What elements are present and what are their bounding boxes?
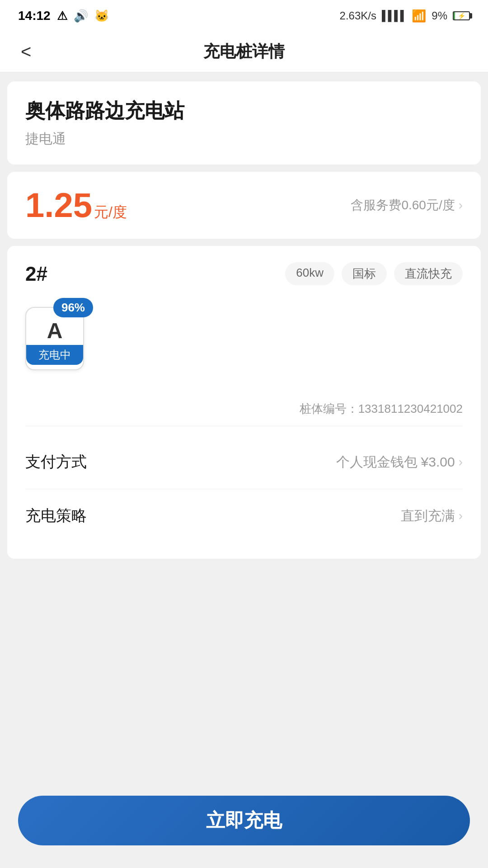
battery-percent: 9% <box>432 9 447 22</box>
charge-button-label: 立即充电 <box>206 808 282 833</box>
status-bar: 14:12 ⚠ 🔊 🐱 2.63K/s ▌▌▌▌ 📶 9% ⚡ <box>0 0 488 32</box>
chevron-right-icon: › <box>459 198 463 212</box>
network-speed: 2.63K/s <box>340 9 376 22</box>
price-number: 1.25 <box>25 188 92 222</box>
bottom-area: 立即充电 <box>0 782 488 868</box>
battery-icon: ⚡ <box>453 11 470 20</box>
pile-id-row: 桩体编号：1331811230421002 <box>25 392 463 426</box>
service-fee-text: 含服务费0.60元/度 <box>351 197 455 214</box>
cat-icon: 🐱 <box>94 9 109 23</box>
connector-box: 96% A 充电中 <box>25 307 84 370</box>
payment-label: 支付方式 <box>25 452 87 472</box>
price-card[interactable]: 1.25 元/度 含服务费0.60元/度 › <box>7 172 481 239</box>
payment-value[interactable]: 个人现金钱包 ¥3.00 › <box>336 453 463 472</box>
connector-status-badge: 充电中 <box>26 345 83 365</box>
connector-card: 2# 60kw 国标 直流快充 96% A 充电中 桩体编号：133181123… <box>7 246 481 559</box>
warning-icon: ⚠ <box>57 9 67 23</box>
audio-icon: 🔊 <box>74 9 88 23</box>
price-unit: 元/度 <box>94 203 127 222</box>
service-fee[interactable]: 含服务费0.60元/度 › <box>351 197 463 214</box>
payment-row[interactable]: 支付方式 个人现金钱包 ¥3.00 › <box>25 435 463 489</box>
price-left: 1.25 元/度 <box>25 188 127 222</box>
pile-id-label: 桩体编号： <box>300 402 358 415</box>
station-info-card: 奥体路路边充电站 捷电通 <box>7 81 481 165</box>
tag-standard: 国标 <box>342 262 387 285</box>
pile-id-text: 桩体编号：1331811230421002 <box>300 401 463 417</box>
connector-id: 2# <box>25 263 47 285</box>
percent-badge: 96% <box>53 298 93 317</box>
connector-header: 2# 60kw 国标 直流快充 <box>25 262 463 285</box>
content-area: 奥体路路边充电站 捷电通 1.25 元/度 含服务费0.60元/度 › 2# 6… <box>0 72 488 568</box>
station-name: 奥体路路边充电站 <box>25 98 463 124</box>
tag-power: 60kw <box>285 262 334 285</box>
pile-id-value: 1331811230421002 <box>358 402 463 415</box>
wifi-icon: 📶 <box>412 9 426 23</box>
connector-letter: A <box>47 318 63 343</box>
payment-method: 个人现金钱包 <box>336 453 418 472</box>
payment-chevron-icon: › <box>459 455 463 469</box>
page-title: 充电桩详情 <box>203 41 285 63</box>
status-left: 14:12 ⚠ 🔊 🐱 <box>18 9 109 23</box>
signal-icon: ▌▌▌▌ <box>382 10 406 22</box>
connector-tags: 60kw 国标 直流快充 <box>285 262 463 285</box>
status-right: 2.63K/s ▌▌▌▌ 📶 9% ⚡ <box>340 9 470 23</box>
back-button[interactable]: < <box>16 37 36 66</box>
strategy-label: 充电策略 <box>25 505 87 526</box>
tag-type: 直流快充 <box>394 262 463 285</box>
connector-visual: 96% A 充电中 <box>25 307 463 370</box>
strategy-row[interactable]: 充电策略 直到充满 › <box>25 489 463 542</box>
payment-amount: ¥3.00 <box>421 454 455 470</box>
station-brand: 捷电通 <box>25 130 463 148</box>
strategy-chevron-icon: › <box>459 509 463 523</box>
strategy-text: 直到充满 <box>401 507 455 525</box>
charge-button[interactable]: 立即充电 <box>18 796 470 845</box>
nav-bar: < 充电桩详情 <box>0 32 488 72</box>
strategy-value[interactable]: 直到充满 › <box>401 507 463 525</box>
time-display: 14:12 <box>18 9 51 23</box>
